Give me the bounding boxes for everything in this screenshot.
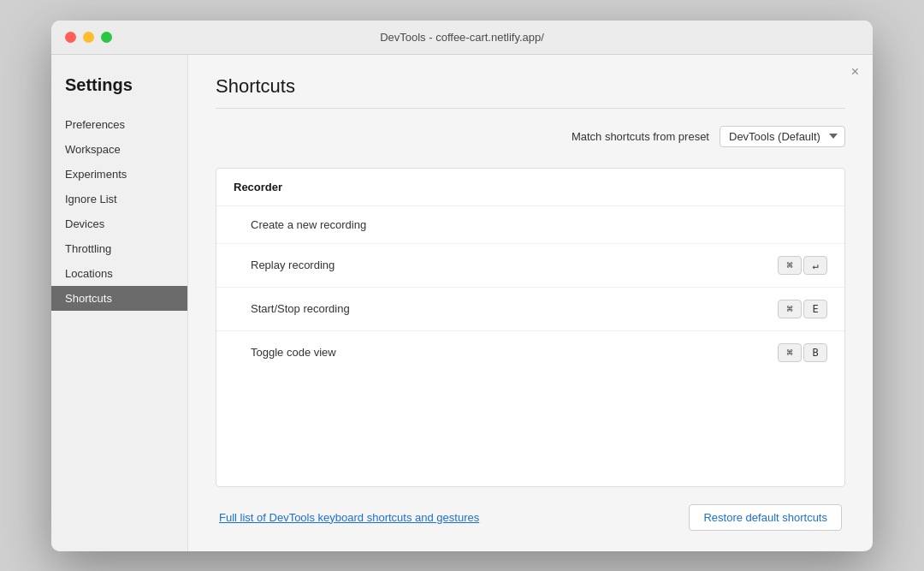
- shortcut-row-start-stop-recording: Start/Stop recording ⌘ E: [216, 288, 844, 331]
- restore-defaults-button[interactable]: Restore default shortcuts: [689, 504, 842, 531]
- key-e: E: [803, 300, 827, 318]
- maximize-button[interactable]: [101, 32, 112, 43]
- key-cmd: ⌘: [778, 300, 802, 318]
- shortcut-label-replay-recording: Replay recording: [251, 259, 335, 271]
- key-enter: ↵: [803, 256, 827, 275]
- shortcut-label-start-stop-recording: Start/Stop recording: [251, 302, 350, 315]
- bottom-bar: Full list of DevTools keyboard shortcuts…: [216, 504, 845, 531]
- close-button[interactable]: [65, 32, 76, 43]
- shortcut-label-toggle-code-view: Toggle code view: [251, 346, 336, 359]
- sidebar-item-ignore-list[interactable]: Ignore List: [51, 187, 187, 211]
- shortcut-row-replay-recording: Replay recording ⌘ ↵: [216, 244, 844, 288]
- dialog-close-icon[interactable]: ×: [851, 65, 859, 79]
- content-area: Settings Preferences Workspace Experimen…: [51, 55, 873, 551]
- sidebar-title: Settings: [51, 75, 187, 112]
- key-cmd: ⌘: [778, 343, 802, 362]
- sidebar-item-preferences[interactable]: Preferences: [51, 112, 187, 137]
- title-divider: [216, 108, 845, 109]
- sidebar-item-experiments[interactable]: Experiments: [51, 162, 187, 187]
- sidebar-item-workspace[interactable]: Workspace: [51, 137, 187, 162]
- page-title: Shortcuts: [216, 75, 845, 98]
- preset-label: Match shortcuts from preset: [572, 130, 709, 143]
- shortcuts-panel: Recorder Create a new recording Replay r…: [216, 168, 845, 487]
- sidebar-item-shortcuts[interactable]: Shortcuts: [51, 286, 187, 311]
- key-cmd: ⌘: [778, 256, 802, 275]
- section-header-recorder: Recorder: [216, 169, 844, 206]
- keyboard-shortcuts-link[interactable]: Full list of DevTools keyboard shortcuts…: [219, 511, 479, 524]
- devtools-window: DevTools - coffee-cart.netlify.app/ Sett…: [51, 21, 873, 551]
- shortcut-keys-toggle-code-view: ⌘ B: [778, 343, 827, 362]
- main-content: × Shortcuts Match shortcuts from preset …: [188, 55, 873, 551]
- shortcut-row-new-recording: Create a new recording: [216, 206, 844, 244]
- preset-row: Match shortcuts from preset DevTools (De…: [216, 126, 845, 147]
- shortcut-keys-replay-recording: ⌘ ↵: [778, 256, 827, 275]
- window-title: DevTools - coffee-cart.netlify.app/: [380, 31, 544, 44]
- key-b: B: [803, 343, 827, 362]
- shortcut-label-new-recording: Create a new recording: [251, 218, 366, 231]
- titlebar: DevTools - coffee-cart.netlify.app/: [51, 21, 873, 55]
- preset-select[interactable]: DevTools (Default) Visual Studio Code: [720, 126, 845, 147]
- sidebar-item-locations[interactable]: Locations: [51, 261, 187, 286]
- minimize-button[interactable]: [83, 32, 94, 43]
- traffic-lights: [65, 32, 112, 43]
- sidebar-item-throttling[interactable]: Throttling: [51, 236, 187, 261]
- sidebar: Settings Preferences Workspace Experimen…: [51, 55, 188, 551]
- shortcut-keys-start-stop-recording: ⌘ E: [778, 300, 827, 318]
- shortcut-row-toggle-code-view: Toggle code view ⌘ B: [216, 331, 844, 374]
- sidebar-item-devices[interactable]: Devices: [51, 211, 187, 236]
